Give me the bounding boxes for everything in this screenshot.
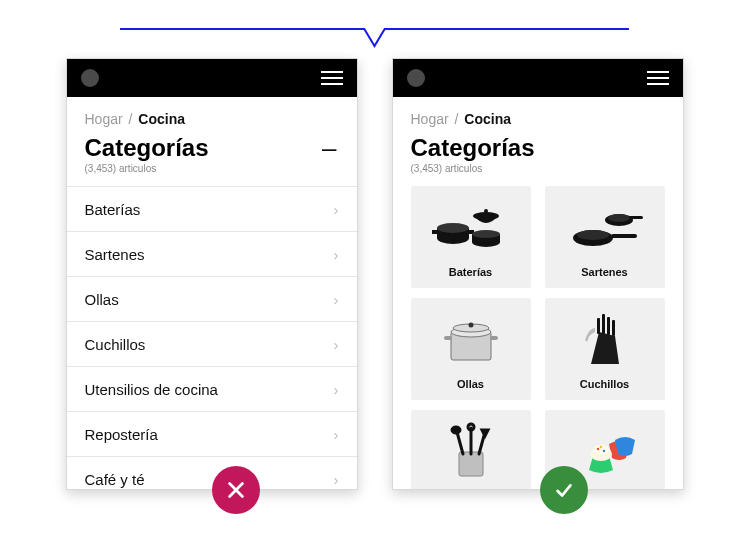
svg-point-11 — [577, 230, 609, 240]
grid-card-label: Ollas — [457, 378, 484, 390]
breadcrumb-parent[interactable]: Hogar — [85, 111, 123, 127]
svg-point-14 — [608, 214, 630, 222]
chevron-right-icon: › — [334, 201, 339, 218]
chevron-right-icon: › — [334, 291, 339, 308]
list-item-label: Utensilios de cocina — [85, 381, 218, 398]
breadcrumb-current: Cocina — [464, 111, 511, 127]
category-list: Baterías › Sartenes › Ollas › Cuchillos … — [67, 186, 357, 489]
category-grid: Baterías Sartenes Ollas — [411, 186, 665, 489]
list-item[interactable]: Ollas › — [67, 276, 357, 321]
svg-rect-25 — [612, 320, 615, 336]
breadcrumb-separator: / — [453, 111, 461, 127]
cookware-set-icon — [431, 198, 511, 258]
comparison-pointer — [120, 28, 629, 50]
svg-point-35 — [602, 450, 604, 452]
grid-card-label: Baterías — [449, 266, 492, 278]
list-item[interactable]: Baterías › — [67, 186, 357, 231]
breadcrumb[interactable]: Hogar / Cocina — [85, 111, 339, 127]
grid-card-label: Sartenes — [581, 266, 627, 278]
svg-rect-24 — [607, 317, 610, 335]
knife-block-icon — [565, 310, 645, 370]
list-item[interactable]: Café y té › — [67, 456, 357, 489]
page-title: Categorías — [411, 135, 665, 161]
svg-rect-20 — [444, 336, 452, 340]
frying-pans-icon — [565, 198, 645, 258]
utensil-holder-icon — [431, 422, 511, 482]
list-item-label: Ollas — [85, 291, 119, 308]
svg-rect-15 — [629, 216, 643, 219]
breadcrumb[interactable]: Hogar / Cocina — [411, 111, 665, 127]
svg-rect-26 — [459, 452, 483, 476]
svg-rect-12 — [611, 234, 637, 238]
svg-rect-23 — [602, 314, 605, 334]
svg-rect-22 — [597, 318, 600, 334]
hamburger-icon[interactable] — [321, 71, 343, 85]
chevron-right-icon: › — [334, 246, 339, 263]
check-icon — [553, 479, 575, 501]
grid-card-baterias[interactable]: Baterías — [411, 186, 531, 288]
grid-card-utensilios[interactable]: Utensilios — [411, 410, 531, 489]
example-grid-variant: Hogar / Cocina Categorías (3,453) articu… — [392, 58, 684, 490]
svg-line-27 — [457, 432, 463, 454]
app-topbar — [67, 59, 357, 97]
list-item-label: Cuchillos — [85, 336, 146, 353]
grid-card-sartenes[interactable]: Sartenes — [545, 186, 665, 288]
breadcrumb-separator: / — [127, 111, 135, 127]
chevron-right-icon: › — [334, 336, 339, 353]
stockpot-icon — [431, 310, 511, 370]
collapse-toggle[interactable]: – — [322, 135, 338, 161]
chevron-right-icon: › — [334, 381, 339, 398]
article-count: (3,453) articulos — [411, 163, 665, 174]
app-topbar — [393, 59, 683, 97]
svg-point-2 — [437, 223, 469, 233]
close-icon — [225, 479, 247, 501]
article-count: (3,453) articulos — [85, 163, 339, 174]
list-item[interactable]: Utensilios de cocina › — [67, 366, 357, 411]
svg-point-19 — [468, 323, 473, 328]
svg-point-34 — [596, 448, 598, 450]
list-item-label: Sartenes — [85, 246, 145, 263]
page-title: Categorías — [85, 135, 209, 161]
breadcrumb-parent[interactable]: Hogar — [411, 111, 449, 127]
list-item-label: Repostería — [85, 426, 158, 443]
grid-card-cuchillos[interactable]: Cuchillos — [545, 298, 665, 400]
svg-point-28 — [452, 427, 460, 433]
svg-rect-3 — [432, 230, 438, 234]
grid-card-label: Cuchillos — [580, 378, 630, 390]
avatar-icon[interactable] — [407, 69, 425, 87]
hamburger-icon[interactable] — [647, 71, 669, 85]
list-item[interactable]: Cuchillos › — [67, 321, 357, 366]
breadcrumb-current: Cocina — [138, 111, 185, 127]
avatar-icon[interactable] — [81, 69, 99, 87]
example-list-variant: Hogar / Cocina Categorías – (3,453) arti… — [66, 58, 358, 490]
list-item[interactable]: Sartenes › — [67, 231, 357, 276]
svg-point-7 — [472, 230, 500, 238]
bad-example-badge — [212, 466, 260, 514]
svg-point-9 — [484, 209, 488, 213]
chevron-right-icon: › — [334, 426, 339, 443]
svg-rect-21 — [490, 336, 498, 340]
list-item[interactable]: Repostería › — [67, 411, 357, 456]
grid-card-ollas[interactable]: Ollas — [411, 298, 531, 400]
good-example-badge — [540, 466, 588, 514]
list-item-label: Café y té — [85, 471, 145, 488]
svg-point-36 — [599, 446, 601, 448]
chevron-right-icon: › — [334, 471, 339, 488]
list-item-label: Baterías — [85, 201, 141, 218]
